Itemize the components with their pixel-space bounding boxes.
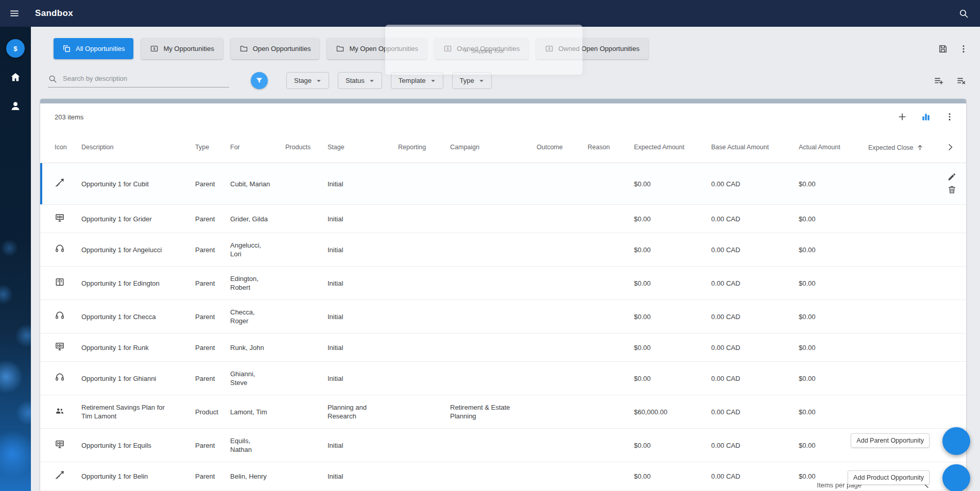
edit-row-button[interactable] [940, 171, 958, 183]
cell-stage: Initial [328, 362, 398, 395]
clear-filters-button[interactable] [953, 73, 970, 89]
trash-icon [947, 185, 957, 195]
cell-reporting [398, 300, 450, 334]
cell-reporting [398, 205, 450, 233]
search-box[interactable] [48, 74, 229, 87]
card-icon: $ [545, 44, 554, 53]
save-view-button[interactable] [935, 41, 951, 57]
table-row[interactable]: Opportunity 1 for CubitParentCubit, Mari… [40, 163, 966, 205]
table-row[interactable]: Opportunity 1 for GhianniParentGhianni, … [40, 362, 966, 395]
table-row[interactable]: Opportunity 1 for AngelucciParentAngeluc… [40, 233, 966, 267]
cell-reporting [398, 163, 450, 205]
cell-actual-amount: $0.00 [799, 362, 868, 395]
cell-description: Retirement Savings Plan for Tim Lamont [81, 395, 195, 429]
filter-button[interactable] [251, 72, 268, 89]
sidebar-item-opportunities[interactable]: $ [0, 37, 31, 60]
column-header-reason[interactable]: Reason [588, 130, 634, 163]
page-title: Sandbox [35, 8, 73, 19]
view-more-options-button[interactable] [955, 41, 972, 57]
dropdown-stage[interactable]: Stage [286, 72, 329, 89]
cell-expected-close [868, 267, 922, 300]
add-filter-row-button[interactable] [931, 73, 947, 89]
global-search-button[interactable] [955, 5, 972, 22]
scroll-columns-right-button[interactable] [942, 139, 958, 155]
tab-my-opportunities[interactable]: $My Opportunities [141, 38, 222, 59]
tab-open-opportunities[interactable]: Open Opportunities [231, 38, 320, 59]
search-input[interactable] [63, 75, 229, 82]
cell-reporting [398, 267, 450, 300]
tab-all-opportunities[interactable]: All Opportunities [54, 38, 133, 59]
add-item-button[interactable] [894, 109, 910, 125]
cell-products [285, 395, 328, 429]
add-parent-opportunity-button[interactable] [942, 427, 970, 455]
cell-description: Opportunity 1 for Checca [81, 300, 195, 334]
column-header-for[interactable]: For [230, 130, 285, 163]
cell-reporting [398, 462, 450, 490]
cell-reporting [398, 233, 450, 267]
sidebar-item-account[interactable] [0, 95, 31, 117]
column-header-base-actual-amount[interactable]: Base Actual Amount [711, 130, 799, 163]
cell-icon [40, 362, 81, 395]
svg-text:$: $ [13, 45, 18, 52]
table-row[interactable]: Opportunity 1 for CheccaParentChecca, Ro… [40, 300, 966, 334]
computer-cash-icon [55, 341, 65, 352]
column-header-expected-close[interactable]: Expected Close [868, 130, 922, 163]
column-header-expected-amount[interactable]: Expected Amount [634, 130, 711, 163]
column-header-products[interactable]: Products [285, 130, 328, 163]
column-header-outcome[interactable]: Outcome [537, 130, 588, 163]
cell-campaign [450, 233, 537, 267]
cell-expected-close [868, 395, 922, 429]
table-row[interactable]: Retirement Savings Plan for Tim LamontPr… [40, 395, 966, 429]
cell-icon [40, 429, 81, 462]
cell-icon [40, 334, 81, 362]
tab-owned-open-opportunities[interactable]: $Owned Open Opportunities [536, 38, 648, 59]
cell-reporting [398, 334, 450, 362]
table-more-options-button[interactable] [941, 109, 958, 125]
dropdown-type[interactable]: Type [452, 72, 492, 89]
column-header-reporting[interactable]: Reporting [398, 130, 450, 163]
menu-button[interactable] [6, 5, 23, 22]
tooltip-add-product-opportunity: Add Product Opportunity [848, 470, 930, 485]
tab-owned-opportunities[interactable]: $Owned Opportunities [435, 38, 528, 59]
cell-expected-close [868, 362, 922, 395]
person-icon [10, 100, 21, 112]
table-row[interactable]: Opportunity 1 for RunkParentRunk, JohnIn… [40, 334, 966, 362]
table-row[interactable]: Opportunity 1 for EdingtonParentEdington… [40, 267, 966, 300]
cell-stage: Initial [328, 462, 398, 490]
cell-type: Parent [195, 334, 230, 362]
cell-products [285, 462, 328, 490]
column-header-campaign[interactable]: Campaign [450, 130, 537, 163]
sidebar-item-home[interactable] [0, 66, 31, 89]
delete-row-button[interactable] [940, 184, 958, 196]
cell-type: Parent [195, 462, 230, 490]
cell-expected-amount: $0.00 [634, 163, 711, 205]
column-header-icon[interactable]: Icon [40, 130, 81, 163]
cell-description: Opportunity 1 for Angelucci [81, 233, 195, 267]
cell-expected-amount: $0.00 [634, 267, 711, 300]
cell-reason [588, 429, 634, 462]
sort-ascending-icon [916, 144, 924, 151]
tab-my-open-opportunities[interactable]: My Open Opportunities [327, 38, 427, 59]
dropdown-status[interactable]: Status [338, 72, 382, 89]
cell-for: Grider, Gilda [230, 205, 285, 233]
column-header-actual-amount[interactable]: Actual Amount [799, 130, 868, 163]
dropdown-label: Type [460, 77, 474, 84]
cell-base-actual-amount: 0.00 CAD [711, 362, 799, 395]
table-row[interactable]: Opportunity 1 for EquilsParentEquils, Na… [40, 429, 966, 462]
views-toolbar: All Opportunities$My OpportunitiesOpen O… [31, 27, 980, 59]
tab-label: Owned Open Opportunities [558, 45, 640, 52]
chart-view-button[interactable] [918, 109, 934, 125]
add-product-opportunity-button[interactable] [942, 464, 970, 491]
column-header-stage[interactable]: Stage [328, 130, 398, 163]
cell-icon [40, 163, 81, 205]
column-header-description[interactable]: Description [81, 130, 195, 163]
horizontal-scrollbar[interactable] [40, 99, 966, 103]
cell-reason [588, 267, 634, 300]
column-header-type[interactable]: Type [195, 130, 230, 163]
cell-reporting [398, 429, 450, 462]
table-row[interactable]: Opportunity 1 for GriderParentGrider, Gi… [40, 205, 966, 233]
cell-expected-close [868, 233, 922, 267]
dropdown-template[interactable]: Template [391, 72, 443, 89]
cell-type: Parent [195, 362, 230, 395]
caret-down-icon [428, 76, 438, 85]
